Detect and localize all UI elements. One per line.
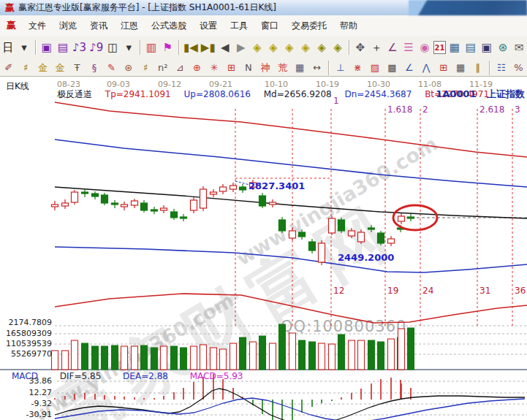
hand-tool-icon[interactable]: ✥ [353, 39, 368, 56]
globe-icon[interactable]: ⊛ [496, 39, 510, 56]
first-page-icon[interactable]: ▮◀ [183, 39, 199, 56]
chart-canvas[interactable]: 08-2309-0309-1209-2110-1010-1910-3011-08… [0, 77, 527, 420]
kline-page-icon[interactable]: ▥ [144, 39, 159, 56]
report-icon[interactable]: ▤ [463, 39, 478, 56]
star-burst-icon[interactable]: ✳ [206, 61, 221, 75]
parallel-icon[interactable]: ∥ [470, 61, 485, 75]
period-selector-icon[interactable]: 日 [1, 39, 15, 56]
save-icon[interactable]: ▣ [479, 39, 494, 56]
n-square-icon[interactable]: n² [155, 61, 170, 75]
kline-9-icon[interactable]: ♪9 [88, 39, 104, 56]
volume-bar [309, 342, 316, 370]
gann-line-icon[interactable]: ♯ [18, 61, 33, 75]
channel-up-value: Up=2808.0616 [184, 89, 251, 99]
toolbar-drawing: ✐♯金金Ŧ§✎⊛♯n²⊿⊕✳⊞N神荒▦↔⊥⋇▨▩∠⋀⊞▦∥☷% [0, 59, 527, 77]
menu-item-7[interactable]: 工具 [224, 20, 254, 31]
candle-style-icon[interactable]: ◫ [105, 39, 120, 56]
angle2-icon[interactable]: ∠ [401, 61, 417, 75]
menu-logo-icon: 赢 [7, 19, 16, 32]
candle-body [161, 208, 167, 210]
candle-body [388, 239, 395, 243]
candle-body [132, 201, 138, 205]
candle-body [52, 205, 58, 207]
calculator-icon[interactable]: ▦ [447, 39, 462, 56]
kline-period-tab[interactable]: 日K线 [6, 80, 29, 93]
calendar-icon[interactable]: 21 [433, 41, 446, 54]
period-dropdown-arrow-icon[interactable]: ▾ [17, 39, 31, 56]
red-pen-icon[interactable]: ✎ [104, 61, 119, 75]
macd-scale-label: 33.86 [0, 376, 52, 386]
pink-grid-icon[interactable]: ☰ [401, 39, 416, 56]
grid3-icon[interactable]: ▦ [452, 61, 468, 75]
cycle-circle-icon[interactable]: ⊛ [121, 61, 136, 75]
red-box-icon[interactable]: ▨ [367, 61, 382, 75]
fib-grid-icon[interactable]: ⊞ [436, 61, 451, 75]
candle-body [368, 228, 375, 229]
volume-bar [250, 342, 257, 370]
fib-day-label: 12 [333, 286, 344, 296]
menu-item-4[interactable]: 江恩 [114, 20, 145, 31]
target-icon[interactable]: ⊕ [189, 61, 205, 75]
crosshair-icon[interactable]: ＋ [369, 39, 384, 56]
dark-box-icon[interactable]: ▩ [384, 61, 400, 75]
toolbar-separator [178, 40, 179, 55]
red-grid-icon[interactable]: ⊞ [224, 61, 239, 75]
menu-item-10[interactable]: 帮助 [333, 20, 364, 31]
menu-item-1[interactable]: 文件 [22, 20, 53, 31]
diamond-left-icon[interactable]: ◈ [250, 39, 265, 56]
prev-page-icon[interactable]: ◀ [218, 39, 232, 56]
huang-tool-icon[interactable]: 荒 [275, 61, 290, 75]
diamond-down-icon[interactable]: ◈ [298, 39, 313, 56]
width-arrows-icon[interactable]: ↔ [309, 61, 325, 75]
menu-item-2[interactable]: 浏览 [53, 20, 83, 31]
mail-icon[interactable]: ✉ [512, 39, 526, 56]
f-tool-icon[interactable]: Ŧ [69, 61, 85, 75]
gold-split-icon[interactable]: 金 [35, 61, 50, 75]
volume-bar [102, 346, 108, 370]
time-grid-icon[interactable]: ♯ [138, 61, 153, 75]
flag-chart-icon[interactable]: ⚑ [160, 39, 175, 56]
chart-region[interactable]: 赢家财富网 www.yingjia360.com www.yingjia360.… [0, 76, 527, 420]
brain-icon[interactable]: ◉ [417, 39, 432, 56]
candle-body [289, 231, 296, 238]
menu-item-3[interactable]: 资讯 [83, 20, 114, 31]
macd-dif-value: DIF=5.85 [60, 371, 101, 381]
volume-bar [368, 340, 375, 370]
diamond-center-icon[interactable]: ◈ [330, 39, 345, 56]
measure-icon[interactable]: ⊥ [333, 61, 348, 75]
angle-measure-icon[interactable]: ∠ [385, 39, 400, 56]
next-page-icon[interactable]: ▶ [234, 39, 249, 56]
volume-axis-label: 110539539 [0, 339, 52, 348]
diamond-cross-icon[interactable]: ◈ [314, 39, 329, 56]
gold-ratio-icon[interactable]: 金 [52, 61, 67, 75]
menu-item-6[interactable]: 设置 [193, 20, 224, 31]
diamond-right-icon[interactable]: ◈ [266, 39, 281, 56]
symbol-name: 上证指数 [487, 88, 525, 99]
fib-day-label: 19 [387, 286, 398, 296]
last-page-icon[interactable]: ▶▮ [200, 39, 216, 56]
n-wave-icon[interactable]: N [240, 61, 256, 75]
pen-tool-icon[interactable]: ✐ [1, 61, 16, 75]
fib-ratio-label: 3 [515, 104, 520, 115]
candle-dropdown-arrow-icon[interactable]: ▾ [121, 39, 136, 56]
price-grid-icon[interactable]: ▦ [292, 61, 307, 75]
spiral-icon[interactable]: § [86, 61, 102, 75]
diamond-up-icon[interactable]: ◈ [282, 39, 297, 56]
candle-body [92, 194, 99, 196]
kline-3-icon[interactable]: ♪3 [72, 39, 87, 56]
candle-body [112, 203, 118, 205]
shen-tool-icon[interactable]: 神 [258, 61, 273, 75]
menu-item-8[interactable]: 窗口 [254, 20, 285, 31]
candle-body [171, 212, 178, 218]
candle-body [398, 216, 405, 221]
quote-list-icon[interactable]: ☷ [493, 61, 509, 75]
rays-icon[interactable]: ⋇ [350, 61, 365, 75]
info-list-icon[interactable]: ▤ [56, 39, 70, 56]
menu-item-5[interactable]: 公式选股 [145, 20, 193, 31]
angle-fan-icon[interactable]: ⊿ [172, 61, 187, 75]
polyline-icon[interactable]: ⋀ [418, 61, 433, 75]
percent-icon[interactable]: % [511, 61, 526, 75]
windows-overlap-icon[interactable]: ▣ [39, 39, 54, 56]
menu-item-9[interactable]: 交易委托 [285, 20, 333, 31]
volume-bar [299, 340, 306, 370]
